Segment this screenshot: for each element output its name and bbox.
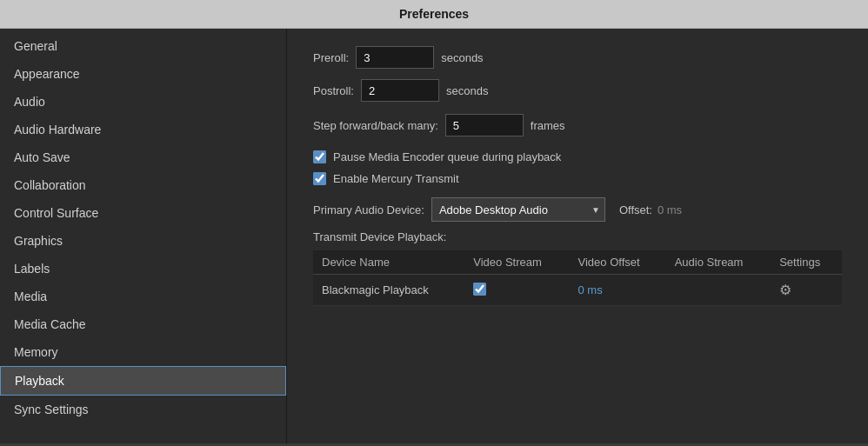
settings-gear-icon[interactable]: ⚙	[779, 283, 791, 297]
preroll-unit: seconds	[441, 51, 483, 64]
transmit-playback-label: Transmit Device Playback:	[313, 230, 842, 243]
sidebar-item-control-surface[interactable]: Control Surface	[0, 199, 286, 227]
step-unit: frames	[531, 119, 565, 132]
primary-audio-select-wrapper: Adobe Desktop Audio ▼	[431, 197, 605, 222]
preroll-label: Preroll:	[313, 51, 349, 64]
sidebar-item-graphics[interactable]: Graphics	[0, 227, 286, 255]
sidebar-item-sync-settings[interactable]: Sync Settings	[0, 396, 286, 423]
sidebar-item-playback[interactable]: Playback	[0, 366, 286, 396]
sidebar-item-appearance[interactable]: Appearance	[0, 60, 286, 88]
col-device-name: Device Name	[313, 250, 464, 275]
sidebar-item-media-cache[interactable]: Media Cache	[0, 310, 286, 338]
col-audio-stream: Audio Stream	[666, 250, 771, 275]
sidebar-item-audio-hardware[interactable]: Audio Hardware	[0, 116, 286, 143]
device-table: Device Name Video Stream Video Offset Au…	[313, 250, 842, 306]
preroll-input[interactable]	[356, 46, 434, 69]
postroll-label: Postroll:	[313, 84, 354, 97]
pause-media-checkbox[interactable]	[313, 150, 326, 163]
offset-label: Offset:	[619, 203, 652, 216]
postroll-input[interactable]	[361, 79, 439, 102]
video-stream-cell[interactable]	[464, 275, 569, 306]
window-title: Preferences	[399, 7, 469, 21]
enable-mercury-checkbox[interactable]	[313, 172, 326, 185]
sidebar-item-general[interactable]: General	[0, 32, 286, 60]
video-offset-cell: 0 ms	[570, 275, 666, 306]
content-panel: Preroll: seconds Postroll: seconds Step …	[287, 29, 868, 443]
sidebar-item-audio[interactable]: Audio	[0, 88, 286, 116]
sidebar-item-memory[interactable]: Memory	[0, 338, 286, 366]
video-stream-checkbox[interactable]	[473, 283, 486, 296]
enable-mercury-label: Enable Mercury Transmit	[333, 172, 459, 185]
step-input[interactable]	[445, 114, 524, 136]
audio-stream-cell	[666, 275, 771, 306]
primary-audio-label: Primary Audio Device:	[313, 203, 424, 216]
step-label: Step forward/back many:	[313, 119, 438, 132]
sidebar-item-labels[interactable]: Labels	[0, 255, 286, 283]
sidebar: GeneralAppearanceAudioAudio HardwareAuto…	[0, 29, 287, 443]
col-video-stream: Video Stream	[464, 250, 569, 275]
col-settings: Settings	[771, 250, 842, 275]
device-name-cell: Blackmagic Playback	[313, 275, 464, 306]
postroll-unit: seconds	[446, 84, 488, 97]
pause-media-label: Pause Media Encoder queue during playbac…	[333, 150, 561, 163]
col-video-offset: Video Offset	[570, 250, 666, 275]
sidebar-item-media[interactable]: Media	[0, 283, 286, 310]
settings-cell[interactable]: ⚙	[771, 275, 842, 306]
sidebar-item-auto-save[interactable]: Auto Save	[0, 143, 286, 171]
sidebar-item-collaboration[interactable]: Collaboration	[0, 171, 286, 199]
table-row: Blackmagic Playback 0 ms ⚙	[313, 275, 842, 306]
primary-audio-select[interactable]: Adobe Desktop Audio	[431, 197, 605, 222]
offset-value: 0 ms	[658, 203, 682, 216]
